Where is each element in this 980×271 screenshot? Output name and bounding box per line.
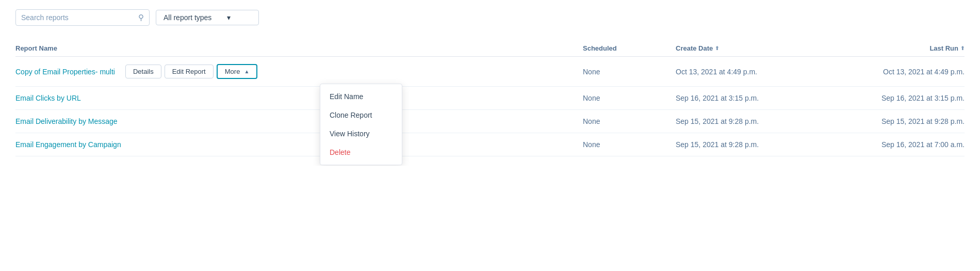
create-date-cell-1: Oct 13, 2021 at 4:49 p.m.: [676, 68, 820, 76]
last-run-cell-1: Oct 13, 2021 at 4:49 p.m.: [820, 68, 965, 76]
col-header-last-run: Last Run ⬆: [820, 44, 965, 52]
row-actions-1: Details Edit Report More ▲: [125, 64, 257, 79]
more-chevron-icon: ▲: [244, 69, 249, 74]
row-name-cell: Copy of Email Properties- multi Details …: [15, 64, 583, 79]
last-run-cell-4: Sep 16, 2021 at 7:00 a.m.: [820, 140, 965, 149]
last-run-cell-2: Sep 16, 2021 at 3:15 p.m.: [820, 94, 965, 102]
table-row: Email Clicks by URL None Sep 16, 2021 at…: [15, 87, 965, 110]
details-button[interactable]: Details: [125, 65, 161, 78]
report-name-link-1[interactable]: Copy of Email Properties- multi: [15, 68, 115, 76]
sort-last-run-icon[interactable]: ⬆: [960, 45, 965, 51]
col-header-report-name: Report Name: [15, 44, 583, 52]
menu-item-clone-report[interactable]: Clone Report: [320, 106, 402, 124]
table-row: Email Engagement by Campaign None Sep 15…: [15, 133, 965, 156]
menu-item-edit-name[interactable]: Edit Name: [320, 87, 402, 106]
more-label: More: [225, 68, 240, 75]
page-container: ⚲ All report types ▾ Report Name Schedul…: [0, 0, 980, 166]
scheduled-cell-3: None: [583, 117, 676, 125]
last-run-cell-3: Sep 15, 2021 at 9:28 p.m.: [820, 117, 965, 125]
reports-table: Report Name Scheduled Create Date ⬆ Last…: [15, 40, 965, 156]
scheduled-cell-4: None: [583, 140, 676, 149]
menu-item-view-history[interactable]: View History: [320, 124, 402, 143]
scheduled-cell-1: None: [583, 68, 676, 76]
table-row: Email Deliverability by Message None Sep…: [15, 110, 965, 133]
report-name-link-2[interactable]: Email Clicks by URL: [15, 94, 81, 102]
chevron-down-icon: ▾: [227, 13, 231, 22]
search-box[interactable]: ⚲: [15, 9, 150, 26]
report-name-link-4[interactable]: Email Engagement by Campaign: [15, 140, 121, 149]
search-input[interactable]: [21, 13, 136, 22]
row-name-cell: Email Deliverability by Message: [15, 117, 583, 125]
scheduled-cell-2: None: [583, 94, 676, 102]
create-date-cell-4: Sep 15, 2021 at 9:28 p.m.: [676, 140, 820, 149]
col-header-scheduled: Scheduled: [583, 44, 676, 52]
report-type-dropdown[interactable]: All report types ▾: [156, 10, 259, 25]
row-name-cell: Email Clicks by URL: [15, 94, 583, 102]
table-row: Copy of Email Properties- multi Details …: [15, 57, 965, 87]
edit-report-button[interactable]: Edit Report: [165, 65, 214, 78]
create-date-cell-3: Sep 15, 2021 at 9:28 p.m.: [676, 117, 820, 125]
row-name-cell: Email Engagement by Campaign: [15, 140, 583, 149]
more-button[interactable]: More ▲: [217, 64, 258, 79]
toolbar: ⚲ All report types ▾: [15, 9, 965, 26]
more-dropdown-menu: Edit Name Clone Report View History Dele…: [320, 84, 402, 165]
col-header-create-date: Create Date ⬆: [676, 44, 820, 52]
table-header-row: Report Name Scheduled Create Date ⬆ Last…: [15, 40, 965, 57]
search-icon: ⚲: [138, 13, 144, 22]
menu-item-delete[interactable]: Delete: [320, 143, 402, 162]
create-date-cell-2: Sep 16, 2021 at 3:15 p.m.: [676, 94, 820, 102]
report-name-link-3[interactable]: Email Deliverability by Message: [15, 117, 118, 125]
sort-create-date-icon[interactable]: ⬆: [715, 45, 719, 51]
dropdown-label: All report types: [164, 13, 211, 22]
